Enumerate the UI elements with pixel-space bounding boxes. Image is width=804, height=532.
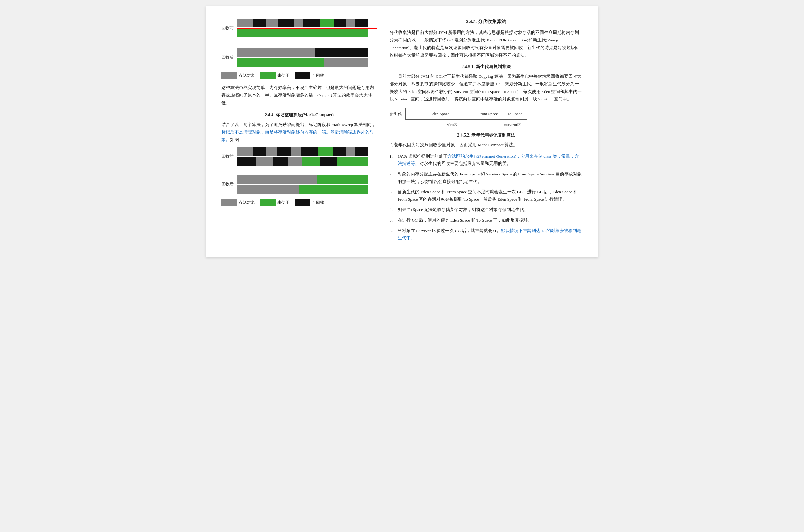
mc-title: 2.4.4. 标记整理算法(Mark-Compact): [221, 112, 377, 118]
intro-para: 分代收集法是目前大部分 JVM 所采用的方法，其核心思想是根据对象存活的不同生命…: [389, 29, 583, 59]
legend-unused: 未使用: [260, 72, 290, 79]
sub2-title: 2.4.5.2. 老年代与标记复制算法: [389, 133, 583, 138]
gen-area-labels: Eden区 Survivor区: [418, 122, 583, 128]
numbered-list: 1. JAVA 虚拟机提到过的处于方法区的永生代(Permanet Genera…: [389, 153, 583, 242]
left-column: 回收前: [221, 19, 377, 245]
legend-copying: 存活对象 未使用 可回收: [221, 72, 377, 79]
main-page: 回收前: [206, 6, 598, 257]
before-label-mc: 回收前: [221, 154, 234, 159]
legend-alive-mc: 存活对象: [221, 199, 255, 206]
sub1-para: 目前大部分 JVM 的 GC 对于新生代都采取 Copying 算法，因为新生代…: [389, 73, 583, 103]
right-column: 2.4.5. 分代收集算法 分代收集法是目前大部分 JVM 所采用的方法，其核心…: [389, 19, 583, 245]
eden-box: Eden Space: [406, 108, 474, 119]
after-label-mc: 回收后: [221, 182, 234, 187]
legend-alive: 存活对象: [221, 72, 255, 79]
list-item-4: 4. 如果 To Space 无法足够存储某个对象，则将这个对象存储到老生代。: [389, 206, 583, 213]
list-item-3: 3. 当新生代的 Eden Space 和 From Space 空间不足时就会…: [389, 188, 583, 203]
legend-reclaimable-mc: 可回收: [295, 199, 324, 206]
gen-boxes: Eden Space From Space To Space: [405, 108, 528, 120]
main-title: 2.4.5. 分代收集算法: [389, 19, 583, 24]
survivor-area-label: Survivor区: [486, 122, 539, 128]
from-box: From Space: [474, 108, 502, 119]
before-diagram-mc: 回收前: [221, 148, 377, 166]
list-item-2: 2. 对象的内存分配主要在新生代的 Eden Space 和 Survivor …: [389, 170, 583, 185]
sub1-title: 2.4.5.1. 新生代与复制算法: [389, 64, 583, 70]
sub2-intro: 而老年代因为每次只回收少量对象，因而采用 Mark-Compact 算法。: [389, 141, 583, 149]
before-label: 回收前: [221, 25, 234, 31]
legend-mc: 存活对象 未使用 可回收: [221, 199, 377, 206]
after-diagram-mc: 回收后: [221, 175, 377, 193]
to-box: To Space: [502, 108, 527, 119]
after-label: 回收后: [221, 55, 234, 60]
before-diagram-copying: 回收前: [221, 19, 377, 37]
legend-reclaimable: 可回收: [295, 72, 324, 79]
list-item-6: 6. 当对象在 Survivor 区躲过一次 GC 后，其年龄就会+1。默认情况…: [389, 227, 583, 242]
legend-unused-mc: 未使用: [260, 199, 290, 206]
list-item-5: 5. 在进行 GC 后，使用的便是 Eden Space 和 To Space …: [389, 216, 583, 224]
list-item-1: 1. JAVA 虚拟机提到过的处于方法区的永生代(Permanet Genera…: [389, 153, 583, 167]
after-diagram-copying: 回收后: [221, 48, 377, 66]
young-gen-label: 新生代: [389, 111, 402, 117]
young-gen-diagram: 新生代 Eden Space From Space To Space: [389, 108, 583, 120]
eden-area-label: Eden区: [418, 122, 486, 128]
mc-intro: 结合了以上两个算法，为了避免缺陷而提出。标记阶段和 Mark-Sweep 算法相…: [221, 121, 377, 144]
copying-summary: 这种算法虽然实现简单，内存效率高，不易产生碎片，但是最大的问题是可用内存被压缩到…: [221, 84, 377, 107]
